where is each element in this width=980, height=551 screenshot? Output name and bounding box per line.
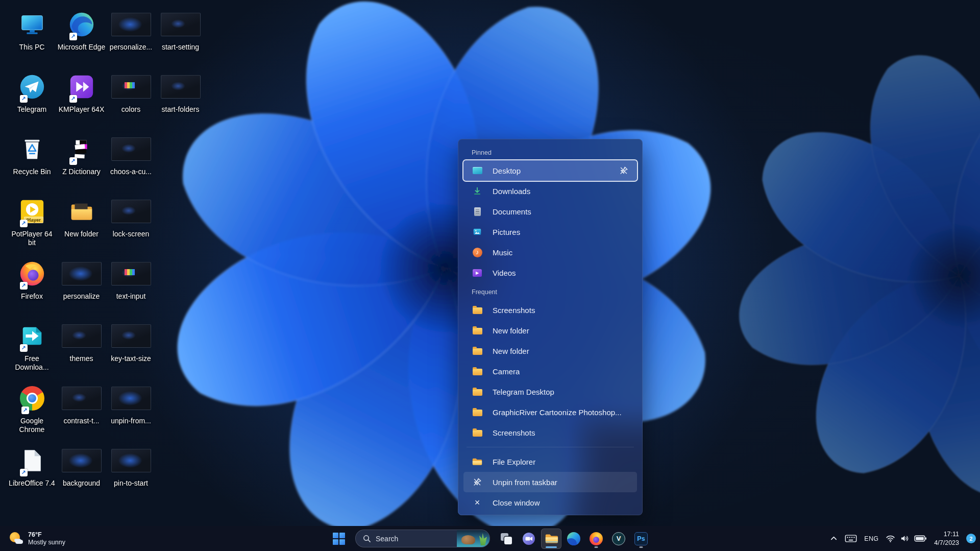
desktop-icon-telegram[interactable]: ↗Telegram bbox=[7, 67, 57, 130]
notification-badge[interactable]: 2 bbox=[966, 534, 976, 543]
jumplist-item-label: Desktop bbox=[493, 166, 521, 175]
network-volume-battery[interactable] bbox=[886, 534, 927, 543]
desktop-icon-lock-screen[interactable]: lock-screen bbox=[106, 192, 156, 254]
unpin-icon bbox=[472, 477, 483, 487]
desktop-icon-text-input[interactable]: text-input bbox=[106, 254, 156, 317]
jumplist-item-graphicriver-cartoonize-photoshop[interactable]: GraphicRiver Cartoonize Photoshop... bbox=[463, 402, 637, 422]
desktop-icon-label: start-setting bbox=[162, 43, 199, 52]
folder-icon bbox=[68, 198, 95, 225]
jumplist-item-telegram-desktop[interactable]: Telegram Desktop bbox=[463, 381, 637, 402]
desktop-icon-recycle-bin[interactable]: Recycle Bin bbox=[7, 130, 57, 192]
recycle-bin-icon bbox=[18, 135, 46, 163]
desktop-icon-libreoffice-7-4[interactable]: ↗LibreOffice 7.4 bbox=[7, 441, 57, 504]
jumplist-action-file-explorer[interactable]: File Explorer bbox=[463, 451, 637, 472]
search-box[interactable]: Search bbox=[355, 530, 490, 547]
jumplist-item-downloads[interactable]: Downloads bbox=[463, 181, 637, 201]
start-button[interactable] bbox=[329, 529, 349, 549]
jumplist-item-label: Pictures bbox=[493, 228, 520, 236]
jumplist-item-desktop[interactable]: Desktop bbox=[463, 160, 637, 181]
desktop-icon-start-folders[interactable]: start-folders bbox=[156, 67, 205, 130]
desktop-icon-art bbox=[62, 444, 102, 477]
file-explorer-icon bbox=[544, 532, 558, 546]
clock[interactable]: 17:11 4/7/2023 bbox=[934, 530, 959, 547]
desktop-icon-microsoft-edge[interactable]: ↗Microsoft Edge bbox=[57, 5, 106, 67]
jumplist-item-videos[interactable]: ▶Videos bbox=[463, 262, 637, 283]
folder-icon bbox=[472, 326, 483, 334]
folder-icon bbox=[472, 408, 483, 416]
jumplist-item-documents[interactable]: Documents bbox=[463, 201, 637, 222]
jumplist-item-new-folder[interactable]: New folder bbox=[463, 320, 637, 341]
desktop-icon-label: contrast-t... bbox=[63, 417, 99, 425]
photoshop-icon: Ps bbox=[634, 532, 648, 545]
desktop-icon-key-taxt-size[interactable]: key-taxt-size bbox=[106, 317, 156, 379]
jumplist-action-close-window[interactable]: ×Close window bbox=[463, 492, 637, 513]
desktop-icon-unpin-from[interactable]: unpin-from... bbox=[106, 379, 156, 441]
chat-button[interactable] bbox=[519, 529, 539, 549]
desktop-icon-google-chrome[interactable]: ↗Google Chrome bbox=[7, 379, 57, 441]
jumplist-action-unpin-from-taskbar[interactable]: Unpin from taskbar bbox=[463, 472, 637, 492]
task-view-button[interactable] bbox=[496, 529, 517, 549]
desktop-icon-contrast-t[interactable]: contrast-t... bbox=[57, 379, 106, 441]
photoshop-button[interactable]: Ps bbox=[631, 529, 651, 549]
desktop-icon-this-pc[interactable]: This PC bbox=[7, 5, 57, 67]
desktop-icon-art bbox=[161, 8, 201, 41]
shortcut-arrow-icon: ↗ bbox=[21, 406, 29, 414]
jumplist-item-music[interactable]: ♪Music bbox=[463, 242, 637, 262]
jumplist-item-camera[interactable]: Camera bbox=[463, 361, 637, 381]
v-app-button[interactable]: V bbox=[608, 529, 629, 549]
desktop-icon-background[interactable]: background bbox=[57, 441, 106, 504]
touch-keyboard-icon[interactable] bbox=[845, 534, 857, 543]
desktop-icon-label: unpin-from... bbox=[111, 417, 151, 425]
desktop-icon-label: Firefox bbox=[21, 292, 43, 301]
edge-button[interactable] bbox=[564, 529, 584, 549]
desktop-icon-art bbox=[111, 257, 151, 290]
desktop-icon-personalize[interactable]: personalize bbox=[57, 254, 106, 317]
folder-icon bbox=[472, 347, 483, 355]
jumplist-section-label-frequent: Frequent bbox=[458, 283, 642, 300]
search-daily-animal-image[interactable] bbox=[457, 530, 489, 547]
screenshot-thumbnail bbox=[62, 324, 102, 348]
file-explorer-button[interactable] bbox=[541, 529, 561, 549]
shortcut-arrow-icon: ↗ bbox=[20, 344, 28, 352]
firefox-button[interactable] bbox=[586, 529, 606, 549]
desktop-icon-new-folder[interactable]: New folder bbox=[57, 192, 106, 254]
shortcut-arrow-icon: ↗ bbox=[69, 157, 77, 165]
desktop-icon-art bbox=[111, 133, 151, 165]
desktop-icon-art bbox=[62, 320, 102, 352]
screenshot-thumbnail bbox=[111, 324, 151, 348]
jumplist-item-label: Screenshots bbox=[493, 306, 535, 315]
desktop-icon-firefox[interactable]: ↗Firefox bbox=[7, 254, 57, 317]
desktop-icon-art bbox=[111, 8, 151, 41]
desktop-icon-themes[interactable]: themes bbox=[57, 317, 106, 379]
weather-widget[interactable]: 76°F Mostly sunny bbox=[6, 526, 68, 551]
jumplist-item-new-folder[interactable]: New folder bbox=[463, 341, 637, 361]
desktop-icon-free-downloa[interactable]: ↗Free Downloa... bbox=[7, 317, 57, 379]
desktop-icon-label: start-folders bbox=[162, 105, 200, 114]
desktop-icon-label: LibreOffice 7.4 bbox=[9, 479, 55, 488]
jumplist-item-pictures[interactable]: Pictures bbox=[463, 222, 637, 242]
desktop-icon-kmplayer-64x[interactable]: ↗KMPlayer 64X bbox=[57, 67, 106, 130]
desktop-icon-personalize[interactable]: personalize... bbox=[106, 5, 156, 67]
desktop-icon-colors[interactable]: colors bbox=[106, 67, 156, 130]
jumplist-item-screenshots[interactable]: Screenshots bbox=[463, 300, 637, 320]
desktop-icon-z-dictionary[interactable]: ↗Z Dictionary bbox=[57, 130, 106, 192]
screenshot-thumbnail bbox=[111, 262, 151, 285]
desktop-column: start-settingstart-folders bbox=[156, 5, 205, 504]
jumplist-section-label-pinned: Pinned bbox=[458, 143, 642, 160]
jumplist-item-screenshots[interactable]: Screenshots bbox=[463, 422, 637, 443]
desktop-icon-art: ↗ bbox=[18, 320, 46, 352]
desktop-icon-potplayer-64-bit[interactable]: Player↗PotPlayer 64 bit bbox=[7, 192, 57, 254]
unpin-from-list-icon[interactable] bbox=[619, 165, 629, 176]
language-indicator[interactable]: ENG bbox=[864, 535, 878, 542]
weather-condition: Mostly sunny bbox=[28, 539, 65, 546]
desktop-icon-label: Recycle Bin bbox=[13, 167, 51, 176]
desktop-icon-start-setting[interactable]: start-setting bbox=[156, 5, 205, 67]
desktop-icon-art bbox=[18, 8, 46, 41]
shortcut-arrow-icon: ↗ bbox=[20, 469, 28, 476]
desktop-icon-choos-a-cu[interactable]: choos-a-cu... bbox=[106, 130, 156, 192]
close-icon: × bbox=[472, 498, 483, 507]
desktop-icon-art bbox=[68, 195, 95, 228]
desktop-icon-pin-to-start[interactable]: pin-to-start bbox=[106, 441, 156, 504]
tray-chevron-up-icon[interactable] bbox=[830, 535, 838, 542]
jumplist-item-label: Documents bbox=[493, 207, 531, 216]
